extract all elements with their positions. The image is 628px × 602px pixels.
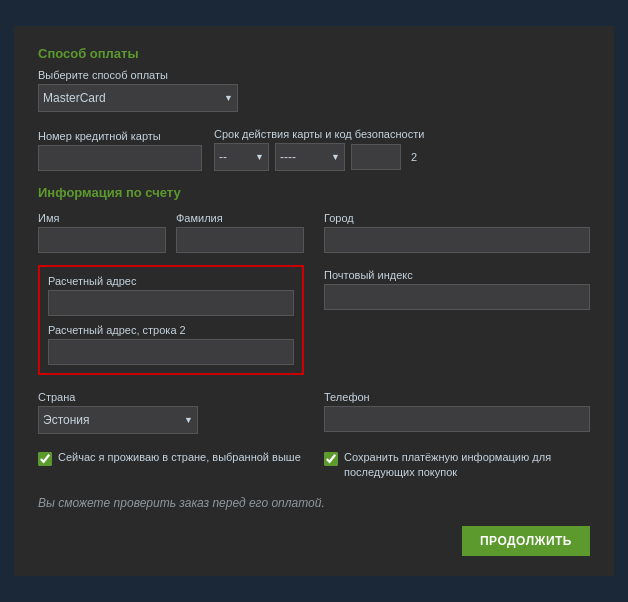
name-group: Имя Фамилия	[38, 204, 304, 253]
expiry-month-wrapper[interactable]: -- 010203 040506 070809 101112	[214, 143, 269, 171]
card-number-label: Номер кредитной карты	[38, 130, 202, 142]
order-note: Вы сможете проверить заказ перед его опл…	[38, 496, 590, 510]
postal-group: Почтовый индекс	[324, 261, 590, 375]
bottom-bar: ПРОДОЛЖИТЬ	[38, 526, 590, 556]
last-name-col: Фамилия	[176, 204, 304, 253]
expiry-col: Срок действия карты и код безопасности -…	[214, 120, 424, 171]
expiry-label: Срок действия карты и код безопасности	[214, 128, 424, 140]
billing-address-highlight: Расчетный адрес Расчетный адрес, строка …	[38, 265, 304, 375]
phone-group: Телефон	[324, 383, 590, 434]
card-details-row: Номер кредитной карты Срок действия карт…	[38, 120, 590, 171]
expiry-month-select[interactable]: -- 010203 040506 070809 101112	[214, 143, 269, 171]
last-name-input[interactable]	[176, 227, 304, 253]
expiry-row: -- 010203 040506 070809 101112 ---- 2024…	[214, 143, 424, 171]
cvv-input[interactable]	[351, 144, 401, 170]
card-number-col: Номер кредитной карты	[38, 122, 202, 171]
resident-checkbox-label: Сейчас я проживаю в стране, выбранной вы…	[58, 450, 301, 465]
country-phone-row: Страна Эстония Россия Беларусь Украина Т…	[38, 383, 590, 434]
city-input[interactable]	[324, 227, 590, 253]
first-name-label: Имя	[38, 212, 166, 224]
continue-button[interactable]: ПРОДОЛЖИТЬ	[462, 526, 590, 556]
payment-method-label: Выберите способ оплаты	[38, 69, 590, 81]
country-select-wrapper[interactable]: Эстония Россия Беларусь Украина	[38, 406, 198, 434]
payment-method-select[interactable]: MasterCard Visa PayPal	[38, 84, 238, 112]
address1-input[interactable]	[48, 290, 294, 316]
payment-section: Способ оплаты Выберите способ оплаты Mas…	[38, 46, 590, 112]
phone-input[interactable]	[324, 406, 590, 432]
postal-code-input[interactable]	[324, 284, 590, 310]
name-city-row: Имя Фамилия Город	[38, 204, 590, 253]
country-select[interactable]: Эстония Россия Беларусь Украина	[38, 406, 198, 434]
cvv-suffix: 2	[411, 151, 417, 163]
resident-checkbox[interactable]	[38, 452, 52, 466]
address2-input[interactable]	[48, 339, 294, 365]
billing-section-title: Информация по счету	[38, 185, 590, 200]
checkbox2-group: Сохранить платёжную информацию для после…	[324, 442, 590, 481]
address2-label: Расчетный адрес, строка 2	[48, 324, 294, 336]
postal-code-label: Почтовый индекс	[324, 269, 590, 281]
address1-label: Расчетный адрес	[48, 275, 294, 287]
billing-section: Информация по счету Имя Фамилия Город	[38, 185, 590, 481]
first-name-input[interactable]	[38, 227, 166, 253]
city-label: Город	[324, 212, 590, 224]
save-payment-label: Сохранить платёжную информацию для после…	[344, 450, 590, 481]
address-group: Расчетный адрес Расчетный адрес, строка …	[38, 261, 304, 375]
checkboxes-row: Сейчас я проживаю в стране, выбранной вы…	[38, 442, 590, 481]
last-name-label: Фамилия	[176, 212, 304, 224]
city-group: Город	[324, 204, 590, 253]
country-group: Страна Эстония Россия Беларусь Украина	[38, 383, 304, 434]
checkbox1-group: Сейчас я проживаю в стране, выбранной вы…	[38, 442, 304, 481]
country-label: Страна	[38, 391, 304, 403]
checkbox1-row: Сейчас я проживаю в стране, выбранной вы…	[38, 450, 304, 466]
payment-section-title: Способ оплаты	[38, 46, 590, 61]
expiry-year-select[interactable]: ---- 202420252026 202720282029	[275, 143, 345, 171]
expiry-year-wrapper[interactable]: ---- 202420252026 202720282029	[275, 143, 345, 171]
card-number-input[interactable]	[38, 145, 202, 171]
address-postal-row: Расчетный адрес Расчетный адрес, строка …	[38, 261, 590, 375]
payment-method-wrapper[interactable]: MasterCard Visa PayPal	[38, 84, 238, 112]
payment-form: Способ оплаты Выберите способ оплаты Mas…	[14, 26, 614, 577]
first-name-col: Имя	[38, 204, 166, 253]
save-payment-checkbox[interactable]	[324, 452, 338, 466]
checkbox2-row: Сохранить платёжную информацию для после…	[324, 450, 590, 481]
phone-label: Телефон	[324, 391, 590, 403]
name-fields: Имя Фамилия	[38, 204, 304, 253]
